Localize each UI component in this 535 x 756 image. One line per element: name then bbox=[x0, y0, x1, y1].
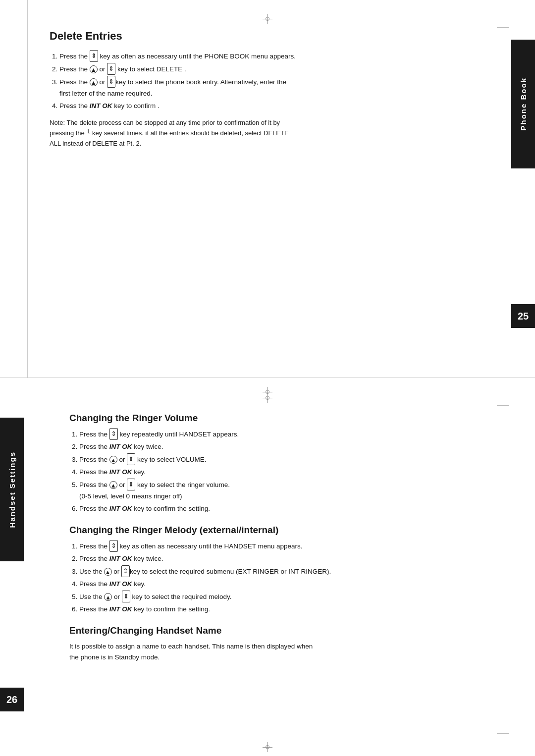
rv-step-1: Press the ⇕ key repeatedly until HANDSET… bbox=[79, 429, 495, 440]
rm-step-3: Use the▲ or ⇕key to select the required … bbox=[79, 566, 495, 578]
step-4: Press the INT OK key to confirm . bbox=[59, 101, 495, 112]
rm-step-2: Press the INT OK key twice. bbox=[79, 553, 495, 565]
ringer-melody-title: Changing the Ringer Melody (external/int… bbox=[69, 525, 495, 536]
side-tab-label: Phone Book bbox=[519, 77, 528, 131]
ringer-melody-steps: Press the ⇕ key as often as necessary un… bbox=[69, 540, 495, 615]
side-tab-label-bottom: Handset Settings bbox=[8, 451, 16, 528]
corner-mark-br bbox=[497, 345, 509, 350]
rm-step-5: Use the ▲ or ⇕ key to select the require… bbox=[79, 591, 495, 603]
page-number-box-left: 26 bbox=[0, 688, 24, 711]
delete-entries-steps: Press the ⇕ key as often as necessary un… bbox=[50, 51, 495, 112]
corner-mark-bottom-tr bbox=[497, 405, 509, 410]
rv-step-4: Press the INT OK key. bbox=[79, 467, 495, 478]
delete-note: Note: The delete process can be stopped … bbox=[50, 118, 495, 149]
handset-name-body: It is possible to assign a name to each … bbox=[69, 641, 495, 662]
step-1: Press the ⇕ key as often as necessary un… bbox=[59, 51, 495, 62]
ringer-volume-title: Changing the Ringer Volume bbox=[69, 413, 495, 424]
step-4-text: Press the INT OK key to confirm . bbox=[59, 102, 160, 109]
step-2: Press the ▲ or ⇕ key to select DELETE . bbox=[59, 63, 495, 75]
step-1-text: Press the ⇕ key as often as necessary un… bbox=[59, 53, 296, 60]
rv-step-3: Press the ▲ or ⇕ key to select VOLUME. bbox=[79, 454, 495, 466]
rv-step-6: Press the INT OK key to confirm the sett… bbox=[79, 503, 495, 515]
ringer-volume-steps: Press the ⇕ key repeatedly until HANDSET… bbox=[69, 429, 495, 515]
handset-name-title: Entering/Changing Handset Name bbox=[69, 625, 495, 636]
rm-step-1: Press the ⇕ key as often as necessary un… bbox=[79, 540, 495, 552]
section-title-delete: Delete Entries bbox=[50, 30, 495, 43]
side-tab-handset-settings: Handset Settings bbox=[0, 418, 24, 561]
bottom-half: Handset Settings 26 Changing the Ringer … bbox=[0, 378, 535, 756]
step-3: Press the ▲ or ⇕key to select the phone … bbox=[59, 76, 495, 100]
step-3-text: Press the ▲ or ⇕key to select the phone … bbox=[59, 78, 286, 97]
page-container: Phone Book 25 Delete Entries Press the ⇕… bbox=[0, 0, 535, 756]
handset-name-section: Entering/Changing Handset Name It is pos… bbox=[69, 625, 495, 662]
page-number-bottom: 26 bbox=[6, 694, 17, 705]
page-number-box: 25 bbox=[511, 304, 535, 328]
ringer-melody-section: Changing the Ringer Melody (external/int… bbox=[69, 525, 495, 615]
corner-mark-bottom-br bbox=[497, 729, 509, 734]
ringer-volume-section: Changing the Ringer Volume Press the ⇕ k… bbox=[69, 413, 495, 515]
rv-step-5: Press the ▲ or ⇕ key to select the ringe… bbox=[79, 479, 495, 502]
bottom-content: Changing the Ringer Volume Press the ⇕ k… bbox=[40, 413, 495, 662]
top-content: Delete Entries Press the ⇕ key as often … bbox=[40, 30, 495, 149]
step-2-text: Press the ▲ or ⇕ key to select DELETE . bbox=[59, 65, 186, 73]
rm-step-4: Press the INT OK key. bbox=[79, 579, 495, 590]
page-number-top: 25 bbox=[518, 311, 529, 322]
top-half: Phone Book 25 Delete Entries Press the ⇕… bbox=[0, 0, 535, 378]
rm-step-6: Press the INT OK key to confirm the sett… bbox=[79, 604, 495, 615]
margin-line-left bbox=[27, 0, 28, 378]
corner-mark-tr bbox=[497, 27, 509, 32]
side-tab-phone-book: Phone Book bbox=[511, 40, 535, 168]
rv-step-2: Press the INT OK key twice. bbox=[79, 441, 495, 453]
